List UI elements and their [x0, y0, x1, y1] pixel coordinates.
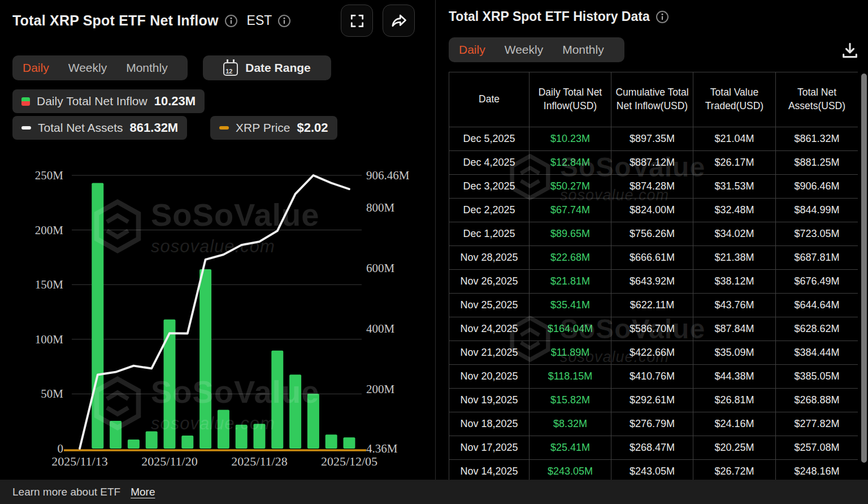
- cell-value: $248.16M: [776, 460, 858, 480]
- svg-text:4.36M: 4.36M: [366, 442, 398, 455]
- cell-date: Nov 18,2025: [449, 412, 530, 436]
- cell-date: Nov 24,2025: [449, 317, 530, 341]
- cell-date: Dec 5,2025: [449, 127, 530, 151]
- svg-text:800M: 800M: [366, 201, 395, 214]
- cell-date: Nov 17,2025: [449, 436, 530, 460]
- svg-text:250M: 250M: [35, 169, 64, 182]
- cell-value: $666.61M: [611, 246, 693, 270]
- cell-value: $32.48M: [693, 199, 776, 222]
- info-icon[interactable]: [224, 14, 238, 28]
- legend-daily-net-inflow[interactable]: Daily Total Net Inflow 10.23M: [12, 89, 205, 113]
- cell-value: $887.12M: [611, 151, 693, 175]
- info-icon[interactable]: [656, 10, 669, 24]
- cell-value: $622.11M: [611, 294, 693, 317]
- cell-value: $756.26M: [611, 222, 693, 246]
- cell-value: $24.16M: [693, 412, 776, 436]
- svg-text:200M: 200M: [35, 223, 64, 237]
- footer-bar: Learn more about ETF More: [0, 480, 868, 504]
- cell-value: $164.04M: [530, 317, 611, 341]
- table-row: Nov 21,2025$11.89M$422.66M$35.09M$384.44…: [449, 341, 858, 365]
- cell-date: Nov 19,2025: [449, 389, 530, 412]
- cell-value: $34.02M: [693, 222, 776, 246]
- table-row: Dec 3,2025$50.27M$874.28M$31.53M$906.46M: [449, 175, 858, 199]
- cell-value: $844.99M: [776, 199, 858, 222]
- fullscreen-icon: [349, 13, 365, 29]
- cell-value: $44.38M: [693, 365, 776, 389]
- cell-value: $87.84M: [693, 317, 776, 341]
- cell-value: $11.89M: [530, 341, 611, 365]
- col-date: Date: [449, 72, 530, 127]
- cell-value: $26.72M: [693, 460, 776, 480]
- cell-value: $874.28M: [611, 175, 693, 199]
- cell-value: $21.04M: [693, 127, 776, 151]
- cell-date: Dec 2,2025: [449, 199, 530, 222]
- tab-weekly[interactable]: Weekly: [505, 43, 543, 57]
- cell-value: $385.05M: [776, 365, 858, 389]
- cell-value: $25.41M: [530, 436, 611, 460]
- share-button[interactable]: [383, 5, 415, 37]
- cell-value: $21.81M: [530, 270, 611, 294]
- history-period-tabs: Daily Weekly Monthly: [449, 37, 624, 62]
- cell-value: $628.62M: [776, 317, 858, 341]
- history-header: Total XRP Spot ETF History Data: [449, 9, 669, 24]
- tab-weekly[interactable]: Weekly: [68, 61, 107, 75]
- tab-monthly[interactable]: Monthly: [562, 43, 604, 57]
- fullscreen-button[interactable]: [341, 5, 373, 37]
- cell-value: $422.66M: [611, 341, 693, 365]
- col-net-assets: Total Net Assets(USD): [776, 72, 858, 127]
- legend-total-net-assets[interactable]: Total Net Assets 861.32M: [12, 116, 187, 140]
- cell-value: $38.12M: [693, 270, 776, 294]
- table-row: Dec 4,2025$12.84M$887.12M$26.17M$881.25M: [449, 151, 858, 175]
- price-legend-icon: [219, 126, 229, 130]
- table-header-row: Date Daily Total Net Inflow(USD) Cumulat…: [449, 72, 858, 127]
- col-value-traded: Total Value Traded(USD): [693, 72, 776, 127]
- cell-value: $292.61M: [611, 389, 693, 412]
- cell-date: Dec 4,2025: [449, 151, 530, 175]
- cell-value: $384.44M: [776, 341, 858, 365]
- cell-date: Nov 21,2025: [449, 341, 530, 365]
- cell-value: $10.23M: [530, 127, 611, 151]
- cell-value: $89.65M: [530, 222, 611, 246]
- date-range-button[interactable]: 12 Date Range: [203, 55, 331, 80]
- page-title: Total XRP Spot ETF Net Inflow: [12, 12, 219, 29]
- table-row: Nov 28,2025$22.68M$666.61M$21.38M$687.81…: [449, 246, 858, 270]
- table-row: Nov 18,2025$8.32M$276.79M$24.16M$277.82M: [449, 412, 858, 436]
- table-row: Nov 25,2025$35.41M$622.11M$43.76M$644.64…: [449, 294, 858, 317]
- assets-legend-icon: [21, 126, 31, 130]
- cell-value: $644.64M: [776, 294, 858, 317]
- tab-monthly[interactable]: Monthly: [126, 61, 168, 75]
- table-row: Dec 1,2025$89.65M$756.26M$34.02M$723.05M: [449, 222, 858, 246]
- cell-value: $723.05M: [776, 222, 858, 246]
- inflow-legend-icon: [21, 97, 30, 106]
- cell-value: $861.32M: [776, 127, 858, 151]
- cell-date: Nov 20,2025: [449, 365, 530, 389]
- cell-value: $15.82M: [530, 389, 611, 412]
- cell-date: Nov 26,2025: [449, 270, 530, 294]
- table-scrollbar[interactable]: [861, 74, 867, 463]
- col-cumulative-inflow: Cumulative Total Net Inflow(USD): [611, 72, 693, 127]
- svg-text:2025/11/28: 2025/11/28: [231, 454, 287, 468]
- cell-value: $35.09M: [693, 341, 776, 365]
- table-row: Nov 14,2025$243.05M$243.05M$26.72M$248.1…: [449, 460, 858, 480]
- legend-xrp-price[interactable]: XRP Price $2.02: [210, 116, 337, 140]
- cell-value: $31.53M: [693, 175, 776, 199]
- cell-date: Nov 14,2025: [449, 460, 530, 480]
- more-link[interactable]: More: [131, 486, 155, 498]
- table-row: Nov 17,2025$25.41M$268.47M$20.25M$257.08…: [449, 436, 858, 460]
- cell-value: $26.81M: [693, 389, 776, 412]
- cell-value: $676.49M: [776, 270, 858, 294]
- svg-text:2025/11/20: 2025/11/20: [141, 454, 197, 468]
- cell-value: $257.08M: [776, 436, 858, 460]
- cell-value: $12.84M: [530, 151, 611, 175]
- svg-text:150M: 150M: [35, 278, 64, 291]
- download-button[interactable]: [839, 40, 861, 62]
- tab-daily[interactable]: Daily: [23, 61, 49, 75]
- cell-value: $881.25M: [776, 151, 858, 175]
- tab-daily[interactable]: Daily: [459, 43, 485, 57]
- download-icon: [840, 41, 860, 61]
- table-row: Dec 2,2025$67.74M$824.00M$32.48M$844.99M: [449, 199, 858, 222]
- cell-value: $21.38M: [693, 246, 776, 270]
- cell-value: $20.25M: [693, 436, 776, 460]
- cell-value: $643.92M: [611, 270, 693, 294]
- info-icon[interactable]: [277, 14, 291, 28]
